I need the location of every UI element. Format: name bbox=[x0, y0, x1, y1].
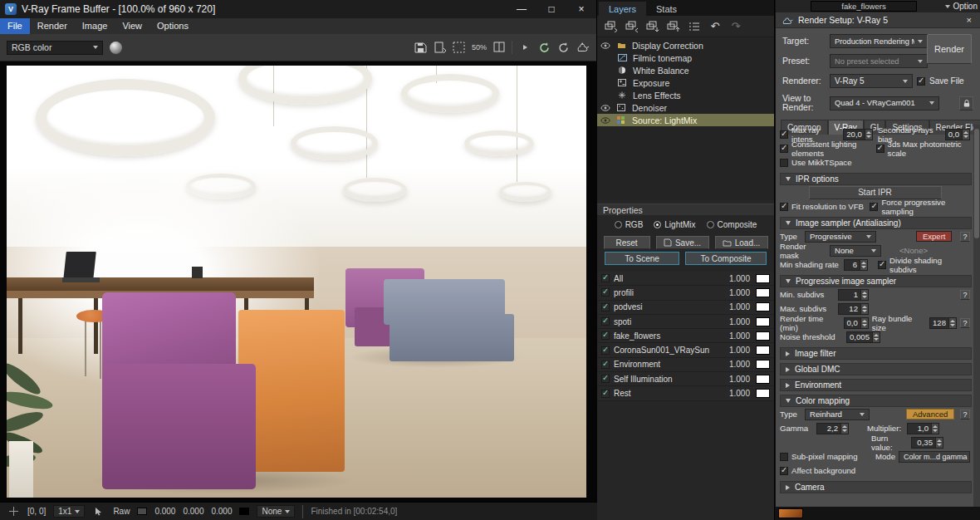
gamma-field[interactable]: 2,2 bbox=[816, 423, 849, 434]
layer-checkbox[interactable] bbox=[601, 288, 610, 297]
render-setup-titlebar[interactable]: Render Setup: V-Ray 5 × bbox=[776, 12, 980, 28]
lightmix-color-swatch[interactable] bbox=[756, 346, 770, 355]
cm-type-select[interactable]: Reinhard bbox=[805, 409, 870, 420]
display-mode-select[interactable]: None bbox=[257, 505, 295, 518]
spinner[interactable] bbox=[872, 332, 880, 342]
noise-threshold-field[interactable]: 0,005 bbox=[846, 331, 880, 343]
save-layer-tree-icon[interactable] bbox=[605, 20, 618, 33]
menu-view[interactable]: View bbox=[115, 18, 149, 34]
min-shading-field[interactable]: 6 bbox=[844, 259, 868, 271]
menu-render[interactable]: Render bbox=[30, 18, 75, 34]
lightmix-value[interactable]: 1.000 bbox=[720, 346, 750, 355]
render-mask-select[interactable]: None bbox=[830, 245, 881, 257]
lightmix-value[interactable]: 1.000 bbox=[720, 274, 750, 283]
spinner[interactable] bbox=[860, 318, 868, 328]
option-dropdown[interactable]: Option bbox=[945, 2, 980, 11]
advanced-mode-button[interactable]: Advanced bbox=[906, 409, 954, 419]
fit-resolution-checkbox[interactable] bbox=[780, 203, 788, 211]
lightmix-row[interactable]: fake_flowers 1.000 bbox=[597, 329, 774, 343]
lightmix-row[interactable]: All 1.000 bbox=[597, 272, 774, 286]
layer-row-source-lightmix[interactable]: Source: LightMix bbox=[597, 114, 774, 126]
redo-icon[interactable]: ↷ bbox=[729, 20, 742, 33]
divide-shading-checkbox[interactable] bbox=[878, 261, 886, 269]
save-preset-icon[interactable] bbox=[646, 20, 659, 33]
maximize-button[interactable]: □ bbox=[537, 0, 566, 18]
tab-stats[interactable]: Stats bbox=[646, 2, 687, 16]
lightmix-value[interactable]: 1.000 bbox=[720, 302, 750, 312]
sampler-type-select[interactable]: Progressive bbox=[805, 231, 876, 243]
lightmix-value[interactable]: 1.000 bbox=[720, 288, 750, 297]
preset-select[interactable]: No preset selected bbox=[830, 54, 928, 68]
undo-icon[interactable]: ↶ bbox=[708, 20, 722, 33]
layer-checkbox[interactable] bbox=[601, 390, 610, 398]
rollout-image-sampler[interactable]: Image sampler (Antialiasing) bbox=[780, 217, 972, 229]
secondary-bias-field[interactable]: 0,0 bbox=[945, 129, 970, 140]
display-correction-sphere-icon[interactable] bbox=[110, 42, 122, 54]
max-subdivs-field[interactable]: 12 bbox=[838, 303, 869, 315]
rollout-environment[interactable]: Environment bbox=[780, 379, 972, 391]
help-button[interactable]: ? bbox=[960, 290, 970, 300]
scrollbar-thumb[interactable] bbox=[974, 129, 979, 238]
layer-checkbox[interactable] bbox=[601, 317, 610, 326]
lightmix-row[interactable]: Environment 1.000 bbox=[597, 358, 774, 372]
layer-row-exposure[interactable]: Exposure bbox=[597, 76, 774, 89]
max-ray-checkbox[interactable] bbox=[780, 130, 788, 139]
lightmix-color-swatch[interactable] bbox=[756, 302, 770, 312]
layer-row-denoiser[interactable]: Denoiser bbox=[597, 101, 774, 114]
lightmix-color-swatch[interactable] bbox=[756, 274, 770, 283]
load-button[interactable]: Load... bbox=[715, 236, 768, 249]
named-selection-field[interactable]: fake_flowers bbox=[811, 1, 917, 12]
list-view-icon[interactable] bbox=[688, 20, 701, 33]
help-button[interactable]: ? bbox=[960, 318, 970, 328]
layer-row-filmic-tonemap[interactable]: Filmic tonemap bbox=[597, 52, 774, 64]
minimize-button[interactable]: — bbox=[507, 0, 537, 18]
spinner[interactable] bbox=[860, 290, 868, 300]
consistent-checkbox[interactable] bbox=[780, 145, 788, 153]
expert-mode-button[interactable]: Expert bbox=[916, 231, 952, 242]
picker-arrow-icon[interactable] bbox=[92, 505, 105, 518]
layer-checkbox[interactable] bbox=[601, 331, 610, 340]
render-image[interactable] bbox=[7, 66, 586, 498]
ray-bundle-field[interactable]: 128 bbox=[929, 317, 957, 329]
lightmix-value[interactable]: 1.000 bbox=[720, 389, 750, 398]
layer-row-lens-effects[interactable]: Lens Effects bbox=[597, 89, 774, 101]
spinner[interactable] bbox=[948, 318, 956, 328]
compare-icon[interactable] bbox=[492, 41, 506, 54]
region-render-icon[interactable] bbox=[453, 41, 466, 54]
lightmix-row[interactable]: spoti 1.000 bbox=[597, 315, 774, 329]
close-icon[interactable]: × bbox=[964, 15, 974, 25]
visibility-eye-icon[interactable] bbox=[600, 42, 610, 49]
save-image-icon[interactable] bbox=[414, 41, 428, 54]
interactive-render-icon[interactable] bbox=[556, 41, 570, 54]
lightmix-color-swatch[interactable] bbox=[756, 389, 770, 398]
burn-value-field[interactable]: 0,35 bbox=[911, 437, 943, 449]
lightmix-color-swatch[interactable] bbox=[756, 331, 770, 341]
vfb-titlebar[interactable]: V-Ray Frame Buffer - [100.0% of 960 x 72… bbox=[0, 0, 596, 18]
lightmix-value[interactable]: 1.000 bbox=[720, 375, 750, 384]
lightmix-value[interactable]: 1.000 bbox=[720, 317, 750, 326]
menu-file[interactable]: File bbox=[0, 18, 30, 34]
view-to-render-select[interactable]: Quad 4 - VRayCam001 bbox=[830, 96, 939, 110]
visibility-eye-icon[interactable] bbox=[600, 117, 610, 124]
load-layer-tree-icon[interactable] bbox=[625, 20, 639, 33]
tab-layers[interactable]: Layers bbox=[599, 2, 646, 16]
lightmix-row[interactable]: CoronaSun001_VRaySun 1.000 bbox=[597, 343, 774, 357]
visibility-eye-icon[interactable] bbox=[600, 105, 610, 111]
subpixel-checkbox[interactable] bbox=[780, 453, 788, 461]
spinner[interactable] bbox=[860, 304, 868, 314]
rollout-camera[interactable]: Camera bbox=[780, 481, 972, 493]
lightmix-color-swatch[interactable] bbox=[756, 375, 770, 384]
expand-caret-icon[interactable] bbox=[518, 41, 532, 54]
layer-row-white-balance[interactable]: White Balance bbox=[597, 64, 774, 76]
lightmix-value[interactable]: 1.000 bbox=[720, 331, 750, 341]
help-button[interactable]: ? bbox=[960, 410, 970, 419]
to-composite-button[interactable]: To Composite bbox=[685, 252, 767, 265]
rollout-progressive-sampler[interactable]: Progressive image sampler bbox=[780, 275, 972, 287]
photometric-checkbox[interactable] bbox=[876, 145, 884, 153]
lightmix-row[interactable]: Rest 1.000 bbox=[597, 386, 774, 400]
render-last-icon[interactable] bbox=[537, 41, 551, 54]
renderer-select[interactable]: V-Ray 5 bbox=[830, 74, 913, 88]
lightmix-color-swatch[interactable] bbox=[756, 288, 770, 297]
save-button[interactable]: Save... bbox=[656, 236, 709, 249]
layer-checkbox[interactable] bbox=[601, 361, 610, 369]
